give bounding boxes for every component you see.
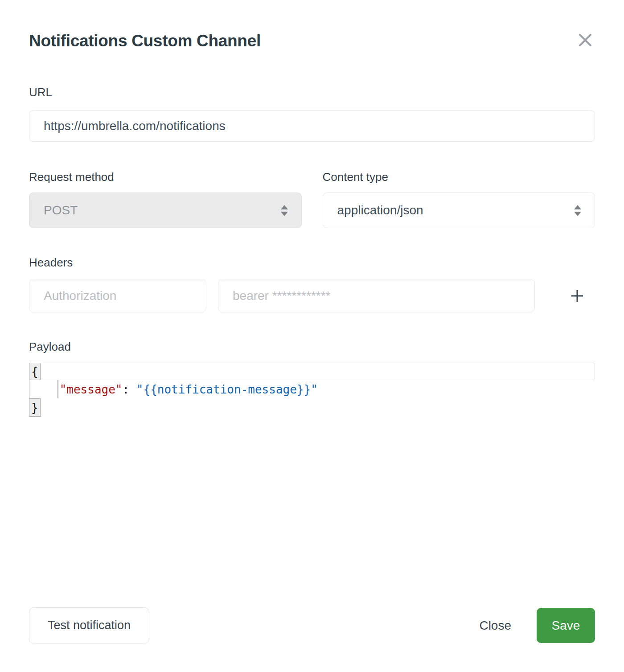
content-type-column: Content type application/json xyxy=(323,170,595,228)
request-method-select[interactable]: POST xyxy=(29,193,302,228)
code-line-2: "message": "{{notification-message}}" xyxy=(29,380,595,398)
content-type-select[interactable]: application/json xyxy=(323,193,595,228)
chevron-up-down-icon xyxy=(574,205,581,216)
url-input[interactable] xyxy=(29,110,595,142)
code-token-value: "{{notification-message}}" xyxy=(136,383,318,396)
open-brace-highlight: { xyxy=(29,363,41,380)
code-indent xyxy=(29,383,57,396)
headers-label: Headers xyxy=(29,256,595,269)
header-name-input[interactable] xyxy=(29,279,206,312)
modal-title: Notifications Custom Channel xyxy=(29,30,261,52)
payload-label: Payload xyxy=(29,340,595,353)
code-token-separator: : xyxy=(123,383,136,396)
test-notification-button[interactable]: Test notification xyxy=(29,607,149,643)
request-method-value: POST xyxy=(44,203,78,217)
save-button[interactable]: Save xyxy=(537,608,595,643)
close-brace-highlight: } xyxy=(29,398,41,417)
header-value-input[interactable] xyxy=(218,279,535,312)
code-line-1: { xyxy=(29,363,595,380)
payload-code-editor[interactable]: { "message": "{{notification-message}}" … xyxy=(29,363,595,417)
request-method-column: Request method POST xyxy=(29,170,302,228)
headers-row xyxy=(29,279,595,312)
close-button[interactable] xyxy=(575,30,595,50)
code-token-key: "message" xyxy=(60,383,123,396)
chevron-up-down-icon xyxy=(281,205,288,216)
content-type-value: application/json xyxy=(337,203,423,217)
method-content-row: Request method POST Content type applica… xyxy=(29,170,595,228)
modal-footer: Test notification Close Save xyxy=(29,607,595,643)
close-footer-button[interactable]: Close xyxy=(479,619,511,633)
text-cursor xyxy=(57,380,58,398)
url-label: URL xyxy=(29,86,595,99)
content-type-label: Content type xyxy=(323,170,595,184)
modal-header: Notifications Custom Channel xyxy=(29,0,595,52)
request-method-label: Request method xyxy=(29,170,302,184)
close-icon xyxy=(577,32,593,48)
code-line-3: } xyxy=(29,398,595,417)
add-header-button[interactable] xyxy=(567,285,588,307)
notifications-custom-channel-modal: Notifications Custom Channel URL Request… xyxy=(0,0,624,672)
plus-icon xyxy=(571,289,584,303)
